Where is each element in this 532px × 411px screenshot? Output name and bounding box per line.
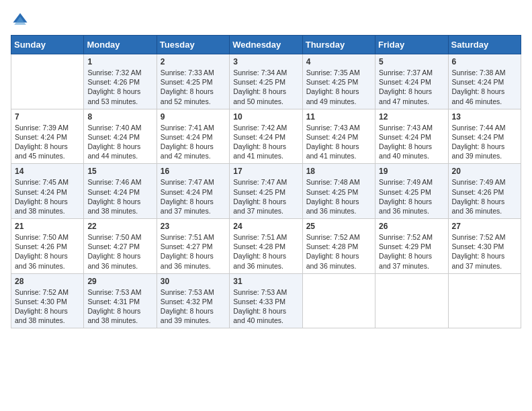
sunrise-text: Sunrise: 7:41 AM: [161, 124, 214, 132]
calendar-cell: 22 Sunrise: 7:50 AM Sunset: 4:27 PM Dayl…: [84, 219, 157, 274]
sunset-text: Sunset: 4:24 PM: [306, 133, 359, 141]
sunset-text: Sunset: 4:27 PM: [161, 242, 213, 250]
header-day-sunday: Sunday: [11, 36, 84, 54]
calendar-cell: 14 Sunrise: 7:45 AM Sunset: 4:24 PM Dayl…: [11, 164, 84, 219]
calendar-cell: 3 Sunrise: 7:34 AM Sunset: 4:25 PM Dayli…: [230, 54, 302, 109]
calendar-cell: 7 Sunrise: 7:39 AM Sunset: 4:24 PM Dayli…: [11, 109, 84, 164]
daylight-text: Daylight: 8 hours and 41 minutes.: [233, 142, 286, 160]
day-number: 20: [452, 167, 517, 176]
header-day-thursday: Thursday: [302, 36, 375, 54]
day-number: 30: [161, 277, 226, 286]
day-number: 3: [233, 57, 298, 66]
daylight-text: Daylight: 8 hours and 36 minutes.: [15, 252, 68, 269]
sunset-text: Sunset: 4:24 PM: [87, 133, 140, 141]
cell-content: Sunrise: 7:40 AM Sunset: 4:24 PM Dayligh…: [87, 123, 152, 161]
header-day-friday: Friday: [375, 36, 448, 54]
calendar-cell: 5 Sunrise: 7:37 AM Sunset: 4:24 PM Dayli…: [375, 54, 448, 109]
day-number: 31: [233, 277, 298, 286]
day-number: 27: [452, 222, 517, 231]
calendar-cell: 21 Sunrise: 7:50 AM Sunset: 4:26 PM Dayl…: [11, 219, 84, 274]
sunset-text: Sunset: 4:31 PM: [87, 298, 140, 306]
sunset-text: Sunset: 4:28 PM: [233, 242, 285, 250]
calendar-cell: [11, 54, 84, 109]
day-number: 11: [306, 112, 371, 122]
sunset-text: Sunset: 4:27 PM: [87, 242, 140, 250]
sunset-text: Sunset: 4:28 PM: [306, 242, 359, 250]
daylight-text: Daylight: 8 hours and 40 minutes.: [233, 307, 286, 324]
day-number: 5: [379, 57, 444, 66]
daylight-text: Daylight: 8 hours and 52 minutes.: [161, 87, 214, 105]
sunrise-text: Sunrise: 7:50 AM: [87, 233, 141, 241]
calendar-cell: 20 Sunrise: 7:49 AM Sunset: 4:26 PM Dayl…: [448, 164, 521, 219]
cell-content: Sunrise: 7:42 AM Sunset: 4:24 PM Dayligh…: [233, 123, 298, 161]
calendar-cell: 18 Sunrise: 7:48 AM Sunset: 4:25 PM Dayl…: [302, 164, 375, 219]
cell-content: Sunrise: 7:46 AM Sunset: 4:24 PM Dayligh…: [87, 177, 152, 216]
cell-content: Sunrise: 7:39 AM Sunset: 4:24 PM Dayligh…: [15, 123, 80, 161]
daylight-text: Daylight: 8 hours and 38 minutes.: [15, 307, 68, 324]
sunset-text: Sunset: 4:24 PM: [15, 188, 67, 196]
sunset-text: Sunset: 4:24 PM: [15, 133, 67, 141]
sunrise-text: Sunrise: 7:52 AM: [452, 233, 506, 241]
daylight-text: Daylight: 8 hours and 40 minutes.: [379, 142, 432, 160]
sunrise-text: Sunrise: 7:53 AM: [161, 288, 214, 296]
calendar-cell: 8 Sunrise: 7:40 AM Sunset: 4:24 PM Dayli…: [84, 109, 157, 164]
sunset-text: Sunset: 4:32 PM: [161, 298, 213, 306]
sunset-text: Sunset: 4:24 PM: [87, 188, 140, 196]
daylight-text: Daylight: 8 hours and 37 minutes.: [379, 252, 432, 269]
sunset-text: Sunset: 4:25 PM: [233, 188, 285, 196]
cell-content: Sunrise: 7:53 AM Sunset: 4:32 PM Dayligh…: [161, 287, 226, 326]
sunset-text: Sunset: 4:26 PM: [87, 78, 140, 86]
cell-content: Sunrise: 7:43 AM Sunset: 4:24 PM Dayligh…: [379, 123, 444, 161]
cell-content: Sunrise: 7:52 AM Sunset: 4:28 PM Dayligh…: [306, 232, 371, 271]
sunrise-text: Sunrise: 7:48 AM: [306, 178, 360, 186]
sunset-text: Sunset: 4:24 PM: [161, 188, 213, 196]
page-header: [11, 11, 521, 30]
logo: [11, 11, 32, 30]
sunrise-text: Sunrise: 7:38 AM: [452, 68, 506, 77]
calendar-cell: 13 Sunrise: 7:44 AM Sunset: 4:24 PM Dayl…: [448, 109, 521, 164]
sunrise-text: Sunrise: 7:52 AM: [379, 233, 433, 241]
cell-content: Sunrise: 7:47 AM Sunset: 4:24 PM Dayligh…: [161, 177, 226, 216]
sunrise-text: Sunrise: 7:35 AM: [306, 68, 360, 77]
day-number: 15: [87, 167, 152, 176]
cell-content: Sunrise: 7:41 AM Sunset: 4:24 PM Dayligh…: [161, 123, 226, 161]
daylight-text: Daylight: 8 hours and 36 minutes.: [161, 252, 214, 269]
sunrise-text: Sunrise: 7:53 AM: [87, 288, 141, 296]
sunrise-text: Sunrise: 7:33 AM: [161, 68, 214, 77]
daylight-text: Daylight: 8 hours and 45 minutes.: [15, 142, 68, 160]
daylight-text: Daylight: 8 hours and 36 minutes.: [87, 252, 140, 269]
cell-content: Sunrise: 7:33 AM Sunset: 4:25 PM Dayligh…: [161, 68, 226, 106]
calendar-week-row: 21 Sunrise: 7:50 AM Sunset: 4:26 PM Dayl…: [11, 219, 521, 274]
cell-content: Sunrise: 7:35 AM Sunset: 4:25 PM Dayligh…: [306, 68, 371, 106]
sunset-text: Sunset: 4:24 PM: [379, 133, 431, 141]
daylight-text: Daylight: 8 hours and 41 minutes.: [306, 142, 359, 160]
sunrise-text: Sunrise: 7:47 AM: [233, 178, 287, 186]
sunset-text: Sunset: 4:26 PM: [15, 242, 67, 250]
day-number: 6: [452, 57, 517, 66]
sunrise-text: Sunrise: 7:45 AM: [15, 178, 69, 186]
cell-content: Sunrise: 7:44 AM Sunset: 4:24 PM Dayligh…: [452, 123, 517, 161]
cell-content: Sunrise: 7:51 AM Sunset: 4:28 PM Dayligh…: [233, 232, 298, 271]
sunset-text: Sunset: 4:24 PM: [452, 133, 504, 141]
sunrise-text: Sunrise: 7:49 AM: [379, 178, 433, 186]
calendar-cell: 19 Sunrise: 7:49 AM Sunset: 4:25 PM Dayl…: [375, 164, 448, 219]
sunrise-text: Sunrise: 7:52 AM: [15, 288, 69, 296]
cell-content: Sunrise: 7:43 AM Sunset: 4:24 PM Dayligh…: [306, 123, 371, 161]
day-number: 9: [161, 112, 226, 122]
daylight-text: Daylight: 8 hours and 38 minutes.: [15, 197, 68, 215]
day-number: 23: [161, 222, 226, 231]
calendar-cell: 1 Sunrise: 7:32 AM Sunset: 4:26 PM Dayli…: [84, 54, 157, 109]
day-number: 26: [379, 222, 444, 231]
calendar-week-row: 7 Sunrise: 7:39 AM Sunset: 4:24 PM Dayli…: [11, 109, 521, 164]
sunset-text: Sunset: 4:25 PM: [161, 78, 213, 86]
cell-content: Sunrise: 7:52 AM Sunset: 4:29 PM Dayligh…: [379, 232, 444, 271]
sunrise-text: Sunrise: 7:51 AM: [161, 233, 214, 241]
sunrise-text: Sunrise: 7:49 AM: [452, 178, 506, 186]
calendar-cell: 9 Sunrise: 7:41 AM Sunset: 4:24 PM Dayli…: [157, 109, 229, 164]
daylight-text: Daylight: 8 hours and 50 minutes.: [233, 87, 286, 105]
sunset-text: Sunset: 4:25 PM: [306, 78, 359, 86]
day-number: 2: [161, 57, 226, 66]
cell-content: Sunrise: 7:32 AM Sunset: 4:26 PM Dayligh…: [87, 68, 152, 106]
calendar-body: 1 Sunrise: 7:32 AM Sunset: 4:26 PM Dayli…: [11, 54, 521, 328]
sunrise-text: Sunrise: 7:43 AM: [306, 124, 360, 132]
